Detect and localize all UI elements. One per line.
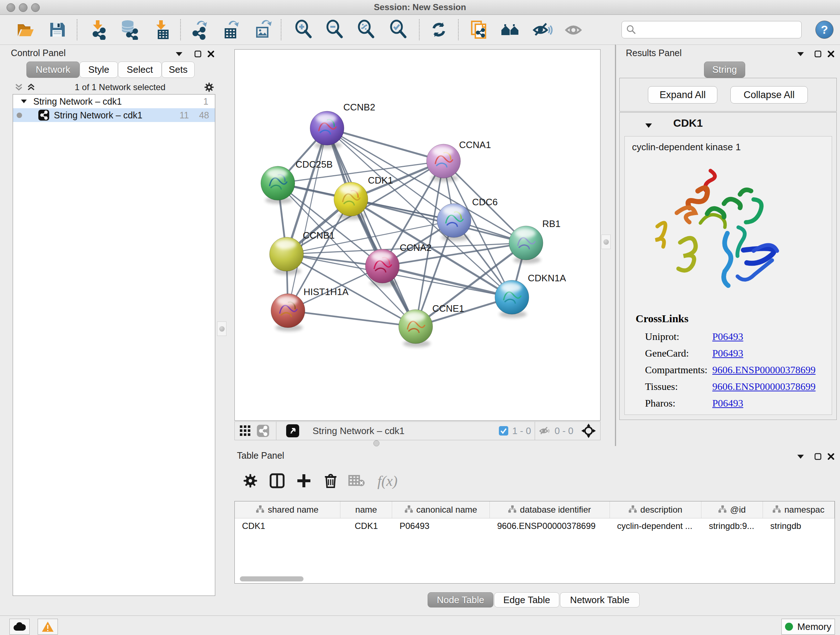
horizontal-scrollbar-thumb[interactable] bbox=[240, 576, 303, 581]
horizontal-splitter-handle[interactable] bbox=[373, 440, 379, 447]
network-collection-row[interactable]: String Network – cdk1 1 bbox=[13, 95, 215, 108]
export-network-icon[interactable] bbox=[189, 19, 210, 40]
tab-sets[interactable]: Sets bbox=[162, 62, 195, 78]
network-node-HIST1H1A[interactable] bbox=[271, 294, 305, 331]
results-panel-menu-icon[interactable] bbox=[794, 49, 807, 59]
table-cell[interactable]: CDK1 bbox=[340, 518, 393, 534]
tab-node-table[interactable]: Node Table bbox=[428, 592, 493, 608]
results-panel-close-icon[interactable] bbox=[825, 49, 837, 59]
network-node-CCNA1[interactable] bbox=[426, 144, 461, 182]
column-header-shared-name[interactable]: shared name bbox=[235, 501, 340, 518]
show-column-panel-icon[interactable] bbox=[267, 470, 287, 491]
expand-all-button[interactable]: Expand All bbox=[648, 86, 717, 103]
table-settings-gear-icon[interactable] bbox=[240, 470, 261, 491]
import-table-icon[interactable] bbox=[151, 19, 172, 40]
column-header-name[interactable]: name bbox=[340, 501, 393, 518]
crosslink-link[interactable]: P06493 bbox=[712, 397, 744, 409]
search-input[interactable] bbox=[639, 24, 801, 36]
grid-view-icon[interactable] bbox=[240, 425, 251, 436]
clone-network-icon[interactable] bbox=[468, 19, 489, 40]
first-neighbors-icon[interactable] bbox=[500, 19, 521, 40]
table-cell[interactable]: stringdb:9... bbox=[701, 518, 763, 534]
edge-HIST1H1A-CCNE1[interactable] bbox=[288, 310, 416, 326]
control-panel-menu-icon[interactable] bbox=[173, 49, 185, 59]
delete-column-trash-icon[interactable] bbox=[321, 470, 341, 491]
column-header-description[interactable]: description bbox=[610, 501, 702, 518]
table-cell[interactable]: cyclin-dependent ... bbox=[610, 518, 702, 534]
table-cell[interactable]: stringdb bbox=[763, 518, 835, 534]
warning-icon bbox=[42, 621, 54, 632]
tab-style[interactable]: Style bbox=[80, 62, 118, 78]
tab-network-table[interactable]: Network Table bbox=[560, 592, 639, 608]
search-field[interactable] bbox=[622, 21, 802, 38]
column-header-database-identifier[interactable]: database identifier bbox=[490, 501, 610, 518]
save-session-icon[interactable] bbox=[47, 19, 68, 40]
fit-selected-crosshair-icon[interactable] bbox=[581, 424, 596, 438]
show-all-eye-icon[interactable] bbox=[563, 19, 584, 40]
cloud-button[interactable] bbox=[9, 619, 30, 635]
collapse-all-networks-icon[interactable] bbox=[13, 82, 25, 93]
zoom-out-icon[interactable] bbox=[325, 19, 346, 40]
network-node-CDC25B[interactable] bbox=[261, 166, 295, 204]
zoom-selected-icon[interactable] bbox=[388, 19, 409, 40]
network-node-CDK1[interactable] bbox=[334, 182, 368, 220]
column-header-@id[interactable]: @id bbox=[701, 501, 763, 518]
entry-expander-icon[interactable] bbox=[645, 123, 652, 128]
network-node-CDKN1A[interactable] bbox=[495, 280, 529, 318]
column-header-canonical-name[interactable]: canonical name bbox=[392, 501, 490, 518]
left-splitter-handle[interactable] bbox=[217, 321, 226, 336]
crosslink-link[interactable]: P06493 bbox=[712, 348, 744, 359]
control-panel-close-icon[interactable] bbox=[205, 49, 217, 59]
add-column-icon[interactable] bbox=[294, 470, 314, 491]
control-panel-float-icon[interactable] bbox=[192, 49, 204, 59]
hide-selected-eye-icon[interactable] bbox=[532, 19, 553, 40]
memory-button[interactable]: Memory bbox=[782, 619, 835, 635]
edge-HIST1H1A-CCNB2[interactable] bbox=[288, 128, 327, 310]
right-splitter-handle[interactable] bbox=[601, 234, 611, 249]
network-node-CCNB2[interactable] bbox=[310, 111, 344, 149]
warnings-button[interactable] bbox=[38, 619, 58, 635]
refresh-icon[interactable] bbox=[428, 19, 449, 40]
function-builder-icon[interactable]: f(x) bbox=[371, 470, 404, 491]
crosslink-link[interactable]: 9606.ENSP00000378699 bbox=[712, 364, 815, 376]
tab-select[interactable]: Select bbox=[118, 62, 162, 78]
birdseye-view-icon[interactable] bbox=[286, 424, 300, 438]
export-image-icon[interactable] bbox=[252, 19, 273, 40]
collapse-all-button[interactable]: Collapse All bbox=[730, 86, 808, 103]
collection-expander-icon[interactable] bbox=[21, 99, 27, 103]
network-node-CDC6[interactable] bbox=[437, 203, 471, 241]
network-graph[interactable]: CCNB2CCNA1CDC25BCDK1CDC6RB1CCNB1CCNA2CDK… bbox=[235, 50, 600, 420]
network-node-CCNA2[interactable] bbox=[365, 249, 399, 287]
network-options-gear-icon[interactable] bbox=[203, 82, 215, 93]
tab-string[interactable]: String bbox=[704, 62, 745, 78]
zoom-in-icon[interactable] bbox=[294, 19, 314, 40]
table-cell[interactable]: P06493 bbox=[392, 518, 490, 534]
import-network-database-icon[interactable] bbox=[118, 19, 139, 40]
tab-network[interactable]: Network bbox=[27, 62, 80, 78]
network-node-CCNE1[interactable] bbox=[399, 310, 433, 347]
import-network-icon[interactable] bbox=[88, 19, 109, 40]
table-panel-float-icon[interactable] bbox=[812, 451, 824, 462]
network-row[interactable]: String Network – cdk1 11 48 bbox=[13, 108, 215, 122]
network-node-CCNB1[interactable] bbox=[270, 237, 303, 275]
table-cell[interactable]: CDK1 bbox=[235, 518, 340, 534]
table-cell[interactable]: 9606.ENSP00000378699 bbox=[490, 518, 610, 534]
table-row[interactable]: CDK1CDK1P064939606.ENSP00000378699cyclin… bbox=[235, 518, 835, 534]
network-node-RB1[interactable] bbox=[509, 226, 543, 264]
network-view-icon[interactable] bbox=[256, 424, 270, 437]
table-panel-menu-icon[interactable] bbox=[794, 451, 807, 462]
table-panel-close-icon[interactable] bbox=[825, 451, 837, 462]
crosslink-link[interactable]: P06493 bbox=[712, 331, 744, 342]
tab-edge-table[interactable]: Edge Table bbox=[494, 592, 559, 608]
help-button[interactable]: ? bbox=[815, 21, 834, 39]
expand-all-networks-icon[interactable] bbox=[25, 82, 37, 93]
crosslink-link[interactable]: 9606.ENSP00000378699 bbox=[712, 381, 815, 393]
selected-checkbox-icon[interactable] bbox=[499, 426, 508, 436]
open-session-icon[interactable] bbox=[15, 19, 36, 40]
export-table-icon[interactable] bbox=[220, 19, 241, 40]
delete-table-icon[interactable] bbox=[347, 470, 367, 491]
zoom-fit-icon[interactable] bbox=[356, 19, 377, 40]
network-canvas[interactable]: CCNB2CCNA1CDC25BCDK1CDC6RB1CCNB1CCNA2CDK… bbox=[234, 49, 600, 421]
column-header-namespac[interactable]: namespac bbox=[763, 501, 835, 518]
results-panel-float-icon[interactable] bbox=[812, 49, 824, 59]
